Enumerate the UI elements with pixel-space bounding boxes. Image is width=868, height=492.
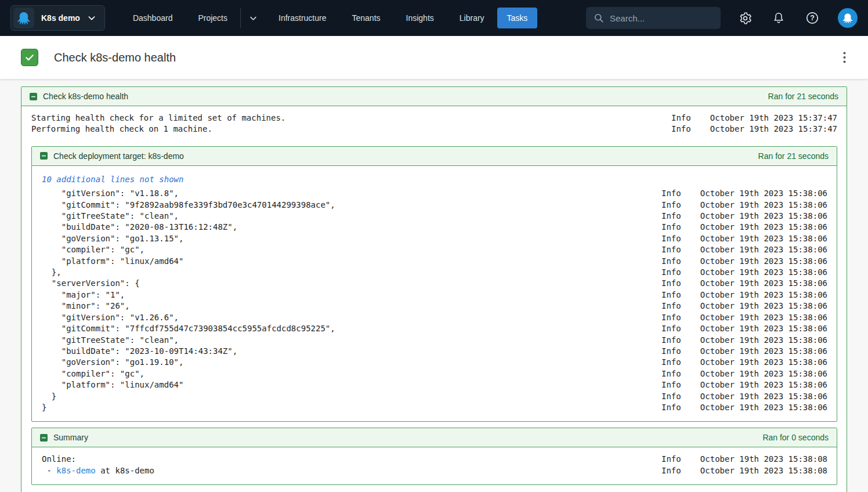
log-row: "platform": "linux/amd64"InfoOctober 19t… [42, 379, 827, 390]
top-nav: K8s demo DashboardProjectsInfrastructure… [0, 0, 868, 36]
log-message: Starting health check for a limited set … [31, 113, 664, 124]
log-row: Online:InfoOctober 19th 2023 15:38:08 [42, 454, 827, 465]
log-row: "gitCommit": "9f2892aab98fe339f3bd70e3c4… [42, 200, 827, 211]
log-message: }, [42, 267, 654, 278]
section-duration: Ran for 0 seconds [762, 433, 829, 442]
task-log-section-summary: Summary Ran for 0 seconds Online:InfoOct… [31, 428, 837, 485]
log-timestamp: October 19th 2023 15:38:06 [694, 222, 827, 233]
nav-item-library[interactable]: Library [447, 8, 497, 28]
summary-log-lines: Online:InfoOctober 19th 2023 15:38:08 - … [42, 454, 827, 476]
projects-dropdown-chevron-icon[interactable] [240, 8, 266, 28]
space-chevron-down-icon [87, 13, 96, 23]
log-level: Info [661, 391, 694, 402]
collapse-icon[interactable] [30, 93, 37, 100]
root-section-body: Starting health check for a limited set … [21, 106, 847, 492]
deployment-section-header[interactable]: Check deployment target: k8s-demo Ran fo… [32, 147, 837, 166]
log-row: "compiler": "gc",InfoOctober 19th 2023 1… [42, 244, 827, 255]
log-level: Info [671, 124, 704, 135]
log-row: "buildDate": "2020-08-13T16:12:48Z",Info… [42, 222, 827, 233]
bell-icon[interactable] [771, 10, 787, 26]
log-level: Info [661, 368, 694, 379]
task-log-section-deployment: Check deployment target: k8s-demo Ran fo… [31, 146, 837, 422]
section-title: Check deployment target: k8s-demo [53, 151, 753, 161]
log-level: Info [661, 402, 694, 413]
log-timestamp: October 19th 2023 15:38:06 [694, 379, 827, 390]
log-timestamp: October 19th 2023 15:38:06 [694, 244, 827, 255]
log-level: Info [661, 222, 694, 233]
log-timestamp: October 19th 2023 15:38:06 [694, 278, 827, 289]
log-level: Info [671, 113, 704, 124]
log-message: "compiler": "gc", [42, 368, 654, 379]
log-message: "platform": "linux/amd64" [42, 256, 654, 267]
log-level: Info [661, 211, 694, 222]
log-timestamp: October 19th 2023 15:38:06 [694, 368, 827, 379]
log-message: "gitVersion": "v1.26.6", [42, 312, 654, 323]
search-box[interactable] [586, 7, 721, 29]
log-timestamp: October 19th 2023 15:38:06 [694, 357, 827, 368]
section-title: Check k8s-demo health [43, 92, 762, 101]
log-message: - k8s-demo at k8s-demo [42, 465, 654, 476]
nav-item-dashboard[interactable]: Dashboard [120, 8, 186, 28]
avatar[interactable] [838, 8, 858, 28]
summary-section-body: Online:InfoOctober 19th 2023 15:38:08 - … [32, 447, 837, 484]
log-row: - k8s-demo at k8s-demoInfoOctober 19th 2… [42, 465, 827, 476]
nav-item-insights[interactable]: Insights [393, 8, 447, 28]
log-level: Info [661, 267, 694, 278]
search-input[interactable] [610, 13, 714, 23]
log-message: Performing health check on 1 machine. [31, 124, 664, 135]
log-row: "minor": "26",InfoOctober 19th 2023 15:3… [42, 301, 827, 312]
task-log: Check k8s-demo health Ran for 21 seconds… [0, 79, 868, 492]
nav-item-tasks[interactable]: Tasks [497, 8, 538, 28]
nav-item-projects[interactable]: Projects [185, 8, 240, 28]
log-text-segment: - [42, 466, 56, 475]
collapse-icon[interactable] [40, 434, 48, 442]
log-timestamp: October 19th 2023 15:38:08 [694, 454, 827, 465]
root-log-lines: Starting health check for a limited set … [31, 113, 837, 135]
log-message: "goVersion": "go1.13.15", [42, 233, 654, 244]
log-message: "platform": "linux/amd64" [42, 379, 654, 390]
log-level: Info [661, 379, 694, 390]
log-level: Info [661, 256, 694, 267]
log-row: "goVersion": "go1.19.10",InfoOctober 19t… [42, 357, 827, 368]
log-timestamp: October 19th 2023 15:38:06 [694, 402, 827, 413]
section-title: Summary [53, 433, 757, 442]
search-icon [593, 12, 605, 24]
log-row: "buildDate": "2023-10-09T14:43:34Z",Info… [42, 346, 827, 357]
section-duration: Ran for 21 seconds [758, 151, 829, 161]
log-row: "gitVersion": "v1.26.6",InfoOctober 19th… [42, 312, 827, 323]
log-timestamp: October 19th 2023 15:38:06 [694, 267, 827, 278]
log-timestamp: October 19th 2023 15:38:06 [694, 335, 827, 346]
root-section-header[interactable]: Check k8s-demo health Ran for 21 seconds [21, 87, 847, 106]
nav-item-infrastructure[interactable]: Infrastructure [266, 8, 339, 28]
machine-link[interactable]: k8s-demo [56, 466, 95, 475]
collapse-icon[interactable] [40, 152, 48, 160]
log-timestamp: October 19th 2023 15:38:06 [694, 290, 827, 301]
log-message: "gitTreeState": "clean", [42, 335, 654, 346]
log-message: "gitTreeState": "clean", [42, 211, 654, 222]
nav-item-tenants[interactable]: Tenants [339, 8, 393, 28]
log-message: "minor": "26", [42, 301, 654, 312]
space-label: K8s demo [41, 13, 80, 23]
overflow-menu-icon[interactable] [838, 49, 851, 66]
log-timestamp: October 19th 2023 15:38:06 [694, 233, 827, 244]
log-message: "gitVersion": "v1.18.8", [42, 188, 654, 199]
log-row: Starting health check for a limited set … [31, 113, 837, 124]
log-row: }InfoOctober 19th 2023 15:38:06 [42, 391, 827, 402]
log-level: Info [661, 312, 694, 323]
log-level: Info [661, 278, 694, 289]
summary-section-header[interactable]: Summary Ran for 0 seconds [32, 428, 837, 447]
section-duration: Ran for 21 seconds [768, 92, 838, 101]
log-timestamp: October 19th 2023 15:38:06 [694, 256, 827, 267]
help-icon[interactable]: ? [804, 10, 820, 26]
log-timestamp: October 19th 2023 15:37:47 [704, 124, 837, 135]
log-timestamp: October 19th 2023 15:37:47 [704, 113, 837, 124]
additional-lines-notice[interactable]: 10 additional lines not shown [42, 174, 827, 185]
log-level: Info [661, 357, 694, 368]
success-check-icon [21, 49, 38, 66]
log-message: "major": "1", [42, 290, 654, 301]
space-switcher[interactable]: K8s demo [10, 5, 105, 31]
nav-icon-group: ? [737, 8, 858, 28]
log-message: "gitCommit": "9f2892aab98fe339f3bd70e3c4… [42, 200, 654, 211]
log-message: "buildDate": "2020-08-13T16:12:48Z", [42, 222, 654, 233]
gear-icon[interactable] [737, 10, 753, 26]
